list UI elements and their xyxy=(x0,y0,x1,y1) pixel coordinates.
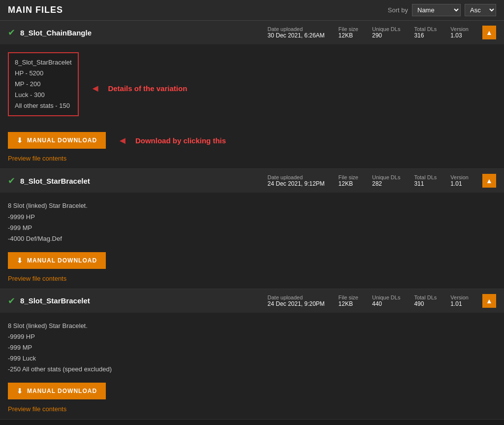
desc-line-1: -9999 HP xyxy=(8,212,496,223)
size-value: 12KB xyxy=(339,300,353,307)
file-section: ✔ 8_Slot_StarBracelet Date uploaded 24 D… xyxy=(0,289,504,420)
collapse-button[interactable]: ▲ xyxy=(482,294,496,308)
variation-arrow-icon: ◄ xyxy=(91,83,100,94)
total-label: Total DLs xyxy=(414,26,437,32)
date-label: Date uploaded xyxy=(268,294,303,300)
total-value: 316 xyxy=(414,32,424,39)
desc-line-0: 8 Slot (linked) Star Bracelet. xyxy=(8,200,496,211)
check-icon: ✔ xyxy=(8,295,15,306)
size-label: File size xyxy=(339,294,358,300)
file-name: 8_Slot_ChainBangle xyxy=(20,29,92,37)
manual-download-button[interactable]: ⬇ MANUAL DOWNLOAD xyxy=(8,383,106,399)
version-label: Version xyxy=(450,294,469,300)
download-btn-label: MANUAL DOWNLOAD xyxy=(27,388,97,394)
meta-size: File size 12KB xyxy=(339,294,358,307)
file-section: ✔ 8_Slot_StarBracelet Date uploaded 24 D… xyxy=(0,169,504,289)
version-label: Version xyxy=(450,26,469,32)
download-icon: ⬇ xyxy=(17,387,23,395)
variation-annotation-row: 8_Slot_StarBracelet HP - 5200 MP - 200 L… xyxy=(8,52,496,124)
variation-line-3: Luck - 300 xyxy=(15,90,72,100)
unique-label: Unique DLs xyxy=(372,174,400,180)
page-title: MAIN FILES xyxy=(8,5,63,15)
order-select[interactable]: Asc Desc xyxy=(465,4,496,16)
download-row: ⬇ MANUAL DOWNLOAD xyxy=(8,252,496,269)
file-section: ✔ 8_Slot_ChainBangle Date uploaded 30 De… xyxy=(0,21,504,169)
unique-value: 440 xyxy=(372,300,382,307)
variation-line-0: 8_Slot_StarBracelet xyxy=(15,57,72,68)
description-text: 8 Slot (linked) Star Bracelet. -9999 HP … xyxy=(8,321,496,375)
meta-size: File size 12KB xyxy=(339,174,358,187)
version-value: 1.03 xyxy=(450,32,462,39)
meta-version: Version 1.01 xyxy=(450,294,469,307)
download-annotation-label: Download by clicking this xyxy=(135,136,226,145)
variation-box: 8_Slot_StarBracelet HP - 5200 MP - 200 L… xyxy=(8,52,79,116)
desc-line-4: -250 All other stats (speed excluded) xyxy=(8,364,496,375)
file-name: 8_Slot_StarBracelet xyxy=(20,296,90,305)
variation-line-1: HP - 5200 xyxy=(15,68,72,79)
download-icon: ⬇ xyxy=(17,136,23,144)
total-label: Total DLs xyxy=(414,294,437,300)
date-value: 24 Dec 2021, 9:12PM xyxy=(268,180,325,187)
collapse-button[interactable]: ▲ xyxy=(482,174,496,188)
total-value: 311 xyxy=(414,180,424,187)
file-header-left: ✔ 8_Slot_StarBracelet xyxy=(8,295,90,306)
download-btn-label: MANUAL DOWNLOAD xyxy=(27,257,97,264)
file-header: ✔ 8_Slot_StarBracelet Date uploaded 24 D… xyxy=(0,289,504,313)
desc-line-3: -999 Luck xyxy=(8,353,496,364)
meta-unique: Unique DLs 440 xyxy=(372,294,400,307)
meta-version: Version 1.03 xyxy=(450,26,469,39)
preview-link[interactable]: Preview file contents xyxy=(8,405,66,413)
desc-line-0: 8 Slot (linked) Star Bracelet. xyxy=(8,321,496,331)
date-value: 24 Dec 2021, 9:20PM xyxy=(268,300,325,307)
collapse-button[interactable]: ▲ xyxy=(482,26,496,39)
manual-download-button[interactable]: ⬇ MANUAL DOWNLOAD xyxy=(8,132,106,149)
download-icon: ⬇ xyxy=(17,257,23,264)
unique-label: Unique DLs xyxy=(372,294,400,300)
size-label: File size xyxy=(339,174,358,180)
file-meta: Date uploaded 24 Dec 2021, 9:12PM File s… xyxy=(268,174,496,188)
meta-total: Total DLs 316 xyxy=(414,26,437,39)
file-body: 8_Slot_StarBracelet HP - 5200 MP - 200 L… xyxy=(0,44,504,168)
meta-date: Date uploaded 30 Dec 2021, 6:26AM xyxy=(268,26,325,39)
meta-total: Total DLs 311 xyxy=(414,174,437,187)
download-row: ⬇ MANUAL DOWNLOAD xyxy=(8,383,496,399)
date-label: Date uploaded xyxy=(268,26,303,32)
unique-label: Unique DLs xyxy=(372,26,400,32)
file-meta: Date uploaded 30 Dec 2021, 6:26AM File s… xyxy=(268,26,496,39)
size-value: 12KB xyxy=(339,180,353,187)
unique-value: 290 xyxy=(372,32,382,39)
manual-download-button[interactable]: ⬇ MANUAL DOWNLOAD xyxy=(8,252,106,269)
total-value: 490 xyxy=(414,300,424,307)
size-label: File size xyxy=(339,26,358,32)
meta-date: Date uploaded 24 Dec 2021, 9:20PM xyxy=(268,294,325,307)
variation-line-2: MP - 200 xyxy=(15,79,72,90)
preview-link[interactable]: Preview file contents xyxy=(8,155,66,162)
date-label: Date uploaded xyxy=(268,174,303,180)
version-label: Version xyxy=(450,174,469,180)
variation-annotation-label: Details of the variation xyxy=(108,84,187,93)
sort-controls: Sort by Name Date Size Downloads Asc Des… xyxy=(388,4,496,16)
file-header-left: ✔ 8_Slot_StarBracelet xyxy=(8,175,90,186)
desc-line-1: -9999 HP xyxy=(8,331,496,342)
desc-line-2: -999 MP xyxy=(8,223,496,233)
date-value: 30 Dec 2021, 6:26AM xyxy=(268,32,325,39)
desc-line-3: -4000 Def/Mag.Def xyxy=(8,233,496,244)
desc-line-2: -999 MP xyxy=(8,342,496,353)
total-label: Total DLs xyxy=(414,174,437,180)
meta-version: Version 1.01 xyxy=(450,174,469,187)
check-icon: ✔ xyxy=(8,175,15,186)
meta-size: File size 12KB xyxy=(339,26,358,39)
variation-line-4: All other stats - 150 xyxy=(15,100,72,111)
version-value: 1.01 xyxy=(450,300,462,307)
size-value: 12KB xyxy=(339,32,353,39)
preview-link[interactable]: Preview file contents xyxy=(8,275,66,282)
file-header-left: ✔ 8_Slot_ChainBangle xyxy=(8,27,92,38)
file-header: ✔ 8_Slot_ChainBangle Date uploaded 30 De… xyxy=(0,21,504,44)
unique-value: 282 xyxy=(372,180,382,187)
top-bar: MAIN FILES Sort by Name Date Size Downlo… xyxy=(0,0,504,21)
files-container: ✔ 8_Slot_ChainBangle Date uploaded 30 De… xyxy=(0,21,504,420)
meta-unique: Unique DLs 282 xyxy=(372,174,400,187)
file-meta: Date uploaded 24 Dec 2021, 9:20PM File s… xyxy=(268,294,496,308)
sort-select[interactable]: Name Date Size Downloads xyxy=(412,4,461,16)
file-body: 8 Slot (linked) Star Bracelet. -9999 HP … xyxy=(0,313,504,419)
